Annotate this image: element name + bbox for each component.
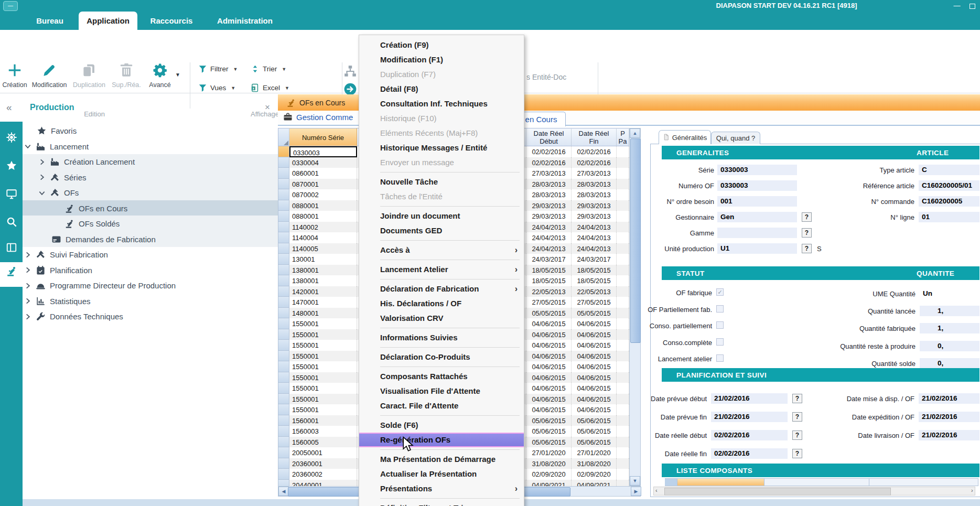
cell-numero-serie[interactable]: 1550001 bbox=[289, 404, 357, 415]
minimize-button[interactable]: — bbox=[951, 1, 963, 10]
cell-date-reel-debut[interactable]: 04/06/2015 bbox=[526, 361, 572, 372]
cell-numero-serie[interactable]: 0860001 bbox=[289, 168, 357, 179]
row-selector-cell[interactable] bbox=[278, 168, 289, 179]
checkbox-conso-partiellement[interactable] bbox=[716, 321, 724, 329]
row-selector-cell[interactable] bbox=[278, 286, 289, 297]
cell-numero-serie[interactable]: 0330004 bbox=[289, 157, 357, 168]
cell-date-reel-debut[interactable]: 04/06/2015 bbox=[526, 383, 572, 394]
cell-date-reel-debut[interactable]: 05/06/2015 bbox=[526, 415, 572, 426]
app-icon[interactable]: — bbox=[3, 1, 18, 11]
vues-dropdown[interactable]: Vues▼ bbox=[198, 83, 235, 92]
trier-dropdown[interactable]: Trier▼ bbox=[251, 64, 286, 73]
sidebar-item-cr-ation-lancement[interactable]: Création Lancement bbox=[38, 154, 135, 170]
cell-date-reel-debut[interactable]: 02/02/2016 bbox=[526, 157, 572, 168]
menu-item-re-g-n-ration-ofs[interactable]: Re-génération OFs bbox=[359, 433, 524, 447]
chevron-right-icon[interactable] bbox=[24, 297, 31, 305]
sidebar-item-lancement[interactable]: Lancement bbox=[24, 139, 89, 155]
cell-numero-serie[interactable]: 20440001 bbox=[289, 480, 357, 487]
row-selector-cell[interactable] bbox=[278, 351, 289, 362]
row-selector-cell[interactable] bbox=[278, 340, 289, 351]
cell-date-reel-debut[interactable]: 04/06/2015 bbox=[526, 394, 572, 405]
field-value-gamme[interactable] bbox=[717, 228, 797, 238]
menu-item-d-claration-de-fabrication[interactable]: Déclaration de Fabrication› bbox=[359, 282, 524, 296]
help-button[interactable]: ? bbox=[792, 394, 802, 403]
cell-date-reel-fin[interactable]: 04/06/2015 bbox=[572, 361, 617, 372]
sidebar-item-planification[interactable]: Planification bbox=[24, 263, 92, 278]
sidebar-item-demandes-de-fabrication[interactable]: Demandes de Fabrication bbox=[51, 232, 156, 247]
doc-tab-gestion-commerciale[interactable]: Gestion Comme bbox=[283, 112, 353, 122]
cell-numero-serie[interactable]: 0870002 bbox=[289, 189, 357, 200]
row-selector-cell[interactable] bbox=[278, 447, 289, 458]
chevron-down-icon[interactable] bbox=[38, 189, 46, 197]
menu-item-informations-suivies[interactable]: Informations Suivies bbox=[359, 330, 524, 345]
help-button[interactable]: ? bbox=[792, 449, 802, 458]
chevron-right-icon[interactable] bbox=[24, 251, 31, 259]
cell-date-reel-fin[interactable]: 05/06/2015 bbox=[572, 426, 617, 437]
cell-date-reel-debut[interactable]: 29/03/2013 bbox=[526, 211, 572, 222]
checkbox-lancement-atelier[interactable] bbox=[716, 354, 724, 362]
maximize-button[interactable] bbox=[966, 1, 978, 10]
row-selector-cell[interactable] bbox=[278, 426, 289, 437]
row-selector-cell[interactable] bbox=[278, 458, 289, 469]
menu-item-consultation-inf-techniques[interactable]: Consultation Inf. Techniques bbox=[359, 96, 524, 111]
cell-date-reel-fin[interactable]: 04/06/2015 bbox=[572, 394, 617, 405]
field-value-date-r-elle-d-but[interactable]: 02/02/2016 bbox=[711, 430, 788, 440]
cell-date-reel-fin[interactable]: 29/03/2013 bbox=[572, 211, 617, 222]
duplication-button[interactable]: Duplication bbox=[69, 58, 109, 89]
cell-date-reel-fin[interactable]: 24/04/2013 bbox=[572, 243, 617, 254]
cell-numero-serie[interactable]: 0880001 bbox=[289, 200, 357, 211]
cell-date-reel-fin[interactable]: 27/05/2015 bbox=[572, 297, 617, 308]
sidebar-item-ofs-en-cours[interactable]: OFs en Cours bbox=[64, 201, 127, 217]
row-selector-cell[interactable] bbox=[278, 480, 289, 487]
column-header-date-reel-fin[interactable]: Date RéelFin bbox=[572, 128, 617, 146]
cell-numero-serie[interactable]: 0880001 bbox=[289, 211, 357, 222]
cell-date-reel-fin[interactable]: 04/06/2015 bbox=[572, 404, 617, 415]
cell-date-reel-fin[interactable]: 02/02/2016 bbox=[572, 146, 617, 157]
cell-date-reel-debut[interactable]: 02/09/2020 bbox=[526, 469, 572, 480]
field-value-date-pr-vue-fin[interactable]: 21/02/2016 bbox=[711, 412, 788, 422]
cell-numero-serie[interactable]: 20360001 bbox=[289, 458, 357, 469]
help-button[interactable]: ? bbox=[802, 212, 812, 222]
menu-item-solde-f6[interactable]: Solde (F6) bbox=[359, 418, 524, 433]
row-selector-cell[interactable] bbox=[278, 157, 289, 168]
cell-date-reel-debut[interactable]: 04/09/2021 bbox=[526, 480, 572, 487]
cell-numero-serie[interactable]: 1550001 bbox=[289, 372, 357, 383]
cell-date-reel-fin[interactable]: 27/01/2020 bbox=[572, 447, 617, 458]
chevron-right-icon[interactable] bbox=[24, 282, 31, 289]
rail-item-star-icon[interactable] bbox=[0, 157, 23, 180]
cell-date-reel-fin[interactable]: 04/06/2015 bbox=[572, 318, 617, 329]
panel-scroll-right-icon[interactable]: › bbox=[971, 487, 973, 493]
cell-numero-serie[interactable]: 1140005 bbox=[289, 243, 357, 254]
dropdown-caret-icon[interactable]: ▼ bbox=[282, 67, 286, 72]
cell-partial-column[interactable] bbox=[617, 329, 629, 340]
collapse-sidebar-icon[interactable]: « bbox=[6, 102, 12, 113]
field-value-date-livraison-of[interactable]: 21/02/2016 bbox=[919, 430, 979, 440]
cell-numero-serie[interactable]: 1560003 bbox=[289, 426, 357, 437]
cell-date-reel-debut[interactable]: 28/03/2013 bbox=[526, 179, 572, 190]
cell-date-reel-fin[interactable]: 04/06/2015 bbox=[572, 383, 617, 394]
row-selector-cell[interactable] bbox=[278, 372, 289, 383]
cell-date-reel-fin[interactable]: 02/02/2016 bbox=[572, 157, 617, 168]
org-chart-icon[interactable] bbox=[343, 64, 357, 78]
field-value-date-mise-disp-of[interactable]: 21/02/2016 bbox=[919, 393, 979, 404]
menu-item-acc-s[interactable]: Accès à› bbox=[359, 243, 524, 257]
menu-item-actualiser-la-pr-sentation[interactable]: Actualiser la Présentation bbox=[359, 467, 524, 481]
row-selector-cell[interactable] bbox=[278, 404, 289, 415]
row-selector-cell[interactable] bbox=[278, 297, 289, 308]
excel-dropdown[interactable]: xExcel▼ bbox=[251, 83, 289, 92]
cell-partial-column[interactable] bbox=[617, 361, 629, 372]
menu-item-visualisation-file-d-attente[interactable]: Visualisation File d'Attente bbox=[359, 384, 524, 399]
cell-date-reel-debut[interactable]: 04/06/2015 bbox=[526, 351, 572, 362]
menu-item-his-d-clarations-of[interactable]: His. Déclarations / OF bbox=[359, 296, 524, 311]
row-selector-cell[interactable] bbox=[278, 383, 289, 394]
row-selector-cell[interactable] bbox=[278, 254, 289, 265]
row-selector-cell[interactable] bbox=[278, 232, 289, 243]
cell-date-reel-debut[interactable]: 27/03/2013 bbox=[526, 168, 572, 179]
cell-numero-serie[interactable]: 1480001 bbox=[289, 308, 357, 319]
cell-date-reel-debut[interactable]: 24/04/2013 bbox=[526, 222, 572, 233]
close-sidebar-icon[interactable]: × bbox=[265, 102, 270, 113]
cell-date-reel-debut[interactable]: 24/03/2017 bbox=[526, 254, 572, 265]
row-selector-cell[interactable] bbox=[278, 179, 289, 190]
help-button[interactable]: ? bbox=[802, 228, 812, 238]
cell-date-reel-fin[interactable]: 04/06/2015 bbox=[572, 329, 617, 340]
